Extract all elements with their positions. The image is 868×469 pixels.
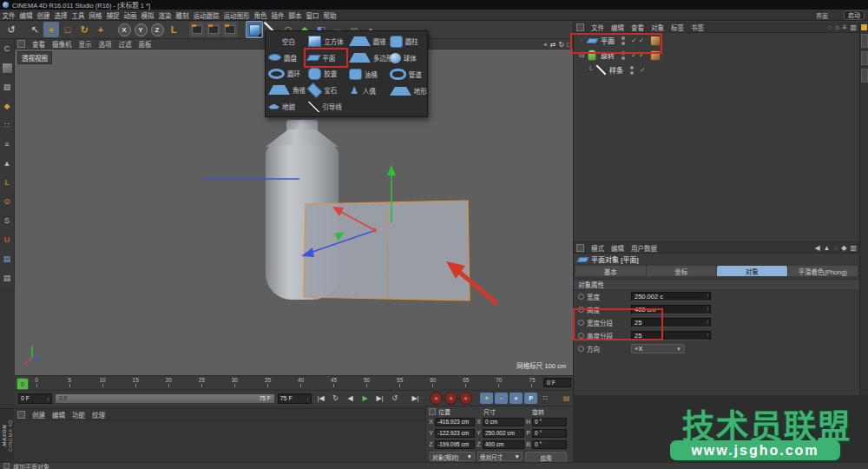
material-menu-item[interactable]: 纹理 <box>89 410 108 419</box>
menu-item[interactable]: 帮助 <box>321 10 339 20</box>
undo-icon[interactable]: ↺ <box>3 22 19 37</box>
frame-icon[interactable]: ▥ <box>850 23 857 31</box>
enable-check-icon[interactable]: ✓ <box>639 36 645 44</box>
primitive-menu-item[interactable]: 管道 <box>387 66 427 83</box>
size-x-input[interactable]: 0 cm <box>483 418 524 426</box>
primitive-menu-item[interactable]: 平面 <box>306 50 345 66</box>
primitive-menu-item[interactable]: 立方体 <box>306 33 345 50</box>
primitive-menu-item[interactable]: 胶囊 <box>306 66 345 83</box>
dock-tab[interactable] <box>861 51 868 65</box>
workplane-mode-icon[interactable]: ◆ <box>0 96 15 116</box>
anim-dot-icon[interactable] <box>578 333 584 339</box>
frame-icon[interactable]: ▥ <box>850 244 857 252</box>
menu-item[interactable]: 角色 <box>252 10 269 20</box>
transport-button[interactable]: ● <box>444 392 457 405</box>
anim-dot-icon[interactable] <box>578 307 584 313</box>
render-view-button[interactable] <box>189 22 205 37</box>
rotate-tool-icon[interactable]: ↻ <box>76 22 92 37</box>
panel-icon[interactable] <box>576 244 584 252</box>
render-settings-button[interactable] <box>222 22 238 37</box>
search-icon[interactable]: ◌ <box>834 244 838 252</box>
object-row-lathe[interactable]: ⊟ 旋转 ✓ ✓ <box>574 48 859 63</box>
visibility-dots[interactable] <box>621 36 626 45</box>
end-frame-field[interactable]: 75 F↕ <box>278 393 312 404</box>
transport-button[interactable]: ↻ <box>329 393 342 404</box>
primitive-menu-item[interactable]: 宝石 <box>306 82 345 98</box>
coord-mode-dropdown[interactable]: 对象(相对)▼ <box>430 452 475 461</box>
object-name[interactable]: 旋转 <box>601 50 615 60</box>
object-manager-menu-item[interactable]: 标签 <box>667 23 687 32</box>
transport-button[interactable]: ◀ <box>344 393 357 404</box>
position-z-input[interactable]: -199.095 cm <box>435 440 475 449</box>
viewport-menu-item[interactable]: 过滤 <box>115 39 135 49</box>
start-frame-field[interactable]: 0 F↕ <box>18 393 52 404</box>
menu-item[interactable]: 渲染 <box>156 10 174 20</box>
enable-axis-icon[interactable]: L <box>0 173 15 192</box>
points-mode-icon[interactable]: ∷ <box>0 116 15 135</box>
size-y-input[interactable]: 250.002 cm <box>483 429 524 438</box>
anim-dot-icon[interactable] <box>578 320 584 326</box>
primitive-menu-item[interactable]: 多边形 <box>346 50 387 66</box>
transport-button[interactable]: ● <box>510 393 523 404</box>
attribute-tab[interactable]: 基本 <box>575 266 646 276</box>
primitive-menu-item[interactable]: 球体 <box>387 50 427 66</box>
rotation-h-input[interactable]: 0 ° <box>532 418 567 426</box>
primitive-menu-item[interactable]: 圆柱 <box>387 33 427 50</box>
lock-y-axis-button[interactable]: Y <box>133 22 148 37</box>
enable-check-icon[interactable]: ✓ <box>639 51 645 59</box>
primitive-menu-item[interactable]: 引导线 <box>306 98 345 115</box>
filter-icon[interactable]: ≡ <box>843 23 847 31</box>
lock-z-axis-button[interactable]: Z <box>149 22 165 37</box>
width-input[interactable]: 250.002 c↕ <box>631 292 711 301</box>
enable-check-icon[interactable]: ✓ <box>640 66 646 74</box>
viewport-corner-icon[interactable]: □ <box>567 41 571 49</box>
primitive-menu-item[interactable]: 油桶 <box>346 66 387 83</box>
edges-mode-icon[interactable]: ≡ <box>0 135 15 154</box>
transport-button[interactable]: ▤ <box>560 393 573 404</box>
position-y-input[interactable]: -122.923 cm <box>435 429 475 438</box>
primitive-menu-item[interactable]: 地貌 <box>266 98 306 115</box>
attribute-tab[interactable]: 坐标 <box>647 266 717 276</box>
viewport-menu-item[interactable]: 面板 <box>135 39 155 49</box>
dock-tab[interactable] <box>861 34 868 48</box>
enable-check-icon[interactable]: ✓ <box>631 51 637 59</box>
visibility-dots[interactable] <box>621 51 626 60</box>
menu-item[interactable]: 插件 <box>269 10 286 20</box>
menu-item[interactable]: 创建 <box>35 10 52 20</box>
orientation-dropdown[interactable]: +X▼ <box>631 344 685 353</box>
timeline-scrubber[interactable]: 0 F 75 F <box>55 393 274 404</box>
object-manager-menu-item[interactable]: 编辑 <box>608 23 628 32</box>
snap-magnet-icon[interactable]: U <box>0 230 15 249</box>
menu-item[interactable]: 文件 <box>0 10 17 20</box>
size-z-input[interactable]: 400 cm <box>483 440 524 449</box>
make-editable-icon[interactable]: C <box>0 39 15 58</box>
back-arrow-icon[interactable]: ◀ <box>814 244 819 252</box>
locked-workplane-icon[interactable]: ▤ <box>0 268 15 287</box>
timeline-frame-field[interactable]: 0 F <box>543 378 571 387</box>
transport-button[interactable]: ▶| <box>373 393 386 404</box>
view-label[interactable]: 透视视图 <box>17 51 52 64</box>
menu-item[interactable]: 工具 <box>69 10 87 20</box>
transport-button[interactable]: ∷ <box>539 393 552 404</box>
width-segments-input[interactable]: 25↕ <box>631 318 711 327</box>
primitive-menu-item[interactable]: 空白 <box>266 33 306 50</box>
attribute-menu-item[interactable]: 模式 <box>588 243 608 253</box>
home-icon[interactable]: ⌂ <box>835 23 839 31</box>
attribute-tab[interactable]: 平滑着色(Phong) <box>788 266 858 276</box>
timeline-ruler[interactable]: 0 051015202530354045505560657075 0 F <box>15 375 573 389</box>
lock-icon[interactable]: ◆ <box>841 244 846 252</box>
panel-icon[interactable] <box>429 408 436 415</box>
menu-item[interactable]: 编辑 <box>17 10 35 20</box>
viewport-menu-item[interactable]: 选项 <box>95 39 115 49</box>
viewport-menu-item[interactable]: 查看 <box>29 39 49 49</box>
panel-icon[interactable] <box>17 411 25 419</box>
height-input[interactable]: 400 cm↕ <box>631 305 711 314</box>
object-row-plane[interactable]: · 平面 ✓ ✓ <box>574 33 859 48</box>
transport-button[interactable]: ↺ <box>388 393 401 404</box>
menu-item[interactable]: 雕刻 <box>174 10 191 20</box>
transport-button[interactable]: ● <box>459 392 472 405</box>
menu-item[interactable]: 窗口 <box>304 10 321 20</box>
transport-button[interactable]: |◀ <box>314 393 327 404</box>
attribute-menu-item[interactable]: 用户数据 <box>628 243 661 253</box>
anim-dot-icon[interactable] <box>578 346 584 352</box>
